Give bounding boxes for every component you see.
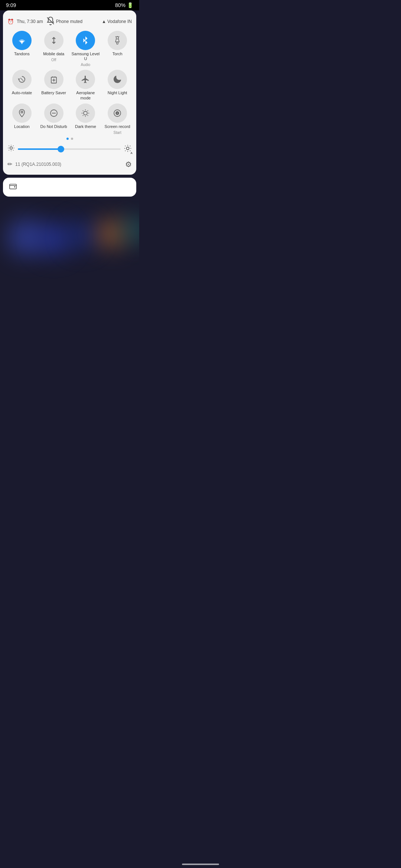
signal-icon: ▲ <box>102 19 106 24</box>
night-light-label: Night Light <box>108 91 127 95</box>
battery-saver-icon <box>44 70 63 89</box>
svg-rect-4 <box>116 37 118 39</box>
tile-wifi[interactable]: Tandons <box>7 31 36 67</box>
svg-line-7 <box>115 36 116 37</box>
brightness-auto-icon: A <box>124 144 132 154</box>
status-bar: 9:09 80% 🔋 <box>0 0 139 10</box>
tile-auto-rotate[interactable]: Auto-rotate <box>7 70 36 100</box>
dark-theme-label: Dark theme <box>75 124 96 129</box>
wallet-bar[interactable] <box>3 178 136 197</box>
alarm-icon: ⏰ <box>7 19 14 24</box>
svg-line-37 <box>9 150 9 151</box>
bluetooth-icon <box>76 31 95 50</box>
svg-point-30 <box>10 147 13 149</box>
location-label: Location <box>14 124 30 129</box>
aeroplane-icon <box>76 70 95 89</box>
tile-aeroplane[interactable]: Aeroplane mode <box>71 70 100 100</box>
mobile-data-sublabel: Off <box>51 58 56 62</box>
tile-do-not-disturb[interactable]: Do Not Disturb <box>39 103 68 135</box>
svg-rect-5 <box>117 42 118 44</box>
build-number: 11 (RQ1A.210105.003) <box>15 162 125 167</box>
svg-point-39 <box>126 147 129 149</box>
tile-night-light[interactable]: Night Light <box>103 70 132 100</box>
alarm-time: Thu, 7:30 am <box>17 19 43 24</box>
dark-theme-icon <box>76 103 95 123</box>
battery-saver-label: Battery Saver <box>41 91 66 95</box>
mobile-data-icon <box>44 31 63 50</box>
tile-location[interactable]: Location <box>7 103 36 135</box>
svg-point-29 <box>117 112 118 114</box>
notification-header: ⏰ Thu, 7:30 am Phone muted ▲ Vodafone IN <box>7 15 132 31</box>
wifi-label: Tandons <box>14 52 30 56</box>
bluetooth-sublabel: Audio <box>81 63 91 67</box>
wallet-icon <box>9 182 17 192</box>
brightness-slider[interactable] <box>18 148 121 150</box>
battery-percent: 80% <box>115 2 125 8</box>
svg-line-8 <box>118 36 119 37</box>
tile-battery-saver[interactable]: Battery Saver <box>39 70 68 100</box>
dot-1 <box>66 138 69 140</box>
svg-line-42 <box>125 146 125 146</box>
page-dots <box>7 138 132 140</box>
svg-line-25 <box>88 111 88 111</box>
notification-panel: ⏰ Thu, 7:30 am Phone muted ▲ Vodafone IN <box>3 10 136 175</box>
svg-line-47 <box>130 146 130 146</box>
muted-text: Phone muted <box>56 19 82 24</box>
settings-icon[interactable]: ⚙ <box>125 160 132 169</box>
svg-point-18 <box>84 111 87 115</box>
torch-icon <box>108 31 127 50</box>
night-light-icon <box>108 70 127 89</box>
do-not-disturb-icon <box>44 103 63 123</box>
torch-label: Torch <box>113 52 123 56</box>
screen-record-label: Screen record <box>105 124 130 129</box>
dot-2 <box>71 138 73 140</box>
auto-rotate-label: Auto-rotate <box>12 91 32 95</box>
screen-record-icon <box>108 103 127 123</box>
screen-record-sublabel: Start <box>114 131 121 135</box>
svg-line-23 <box>83 111 83 111</box>
svg-line-34 <box>13 150 13 151</box>
quick-tiles-grid: Tandons Mobile data Off Samsung <box>7 31 132 135</box>
location-icon <box>12 103 32 123</box>
clock: 9:09 <box>6 2 16 8</box>
muted-status: Phone muted <box>46 16 82 26</box>
brightness-low-icon <box>7 144 15 154</box>
dnd-label: Do Not Disturb <box>40 124 67 129</box>
carrier-info: ▲ Vodafone IN <box>102 19 132 24</box>
mobile-data-label: Mobile data <box>43 52 64 56</box>
svg-line-26 <box>83 115 83 115</box>
brightness-thumb <box>58 146 64 152</box>
svg-point-15 <box>21 111 23 113</box>
svg-line-38 <box>13 146 13 146</box>
svg-line-43 <box>130 151 130 151</box>
aeroplane-label: Aeroplane mode <box>71 91 100 100</box>
auto-rotate-icon <box>12 70 32 89</box>
svg-line-24 <box>88 115 88 115</box>
tile-dark-theme[interactable]: Dark theme <box>71 103 100 135</box>
svg-line-33 <box>9 146 9 146</box>
tile-mobile-data[interactable]: Mobile data Off <box>39 31 68 67</box>
svg-rect-48 <box>10 184 16 189</box>
footer-row: ✏ 11 (RQ1A.210105.003) ⚙ <box>7 157 132 170</box>
wifi-icon <box>12 31 32 50</box>
edit-icon[interactable]: ✏ <box>7 161 12 168</box>
background-area <box>0 197 139 326</box>
tile-bluetooth[interactable]: Samsung Level U Audio <box>71 31 100 67</box>
svg-point-1 <box>21 43 22 44</box>
blur-circle-3 <box>67 221 97 250</box>
tile-torch[interactable]: Torch <box>103 31 132 67</box>
bluetooth-label: Samsung Level U <box>71 52 100 61</box>
battery-icon: 🔋 <box>127 2 133 8</box>
brightness-fill <box>18 148 61 150</box>
svg-line-46 <box>125 151 125 151</box>
svg-line-9 <box>20 78 23 81</box>
brightness-row[interactable]: A <box>7 143 132 155</box>
carrier-name: Vodafone IN <box>107 19 132 24</box>
muted-icon <box>46 16 55 26</box>
blur-circle-2 <box>37 223 71 256</box>
auto-label: A <box>130 151 133 155</box>
status-icons: 80% 🔋 <box>115 2 133 8</box>
tile-screen-record[interactable]: Screen record Start <box>103 103 132 135</box>
blur-circle-4 <box>97 219 126 249</box>
